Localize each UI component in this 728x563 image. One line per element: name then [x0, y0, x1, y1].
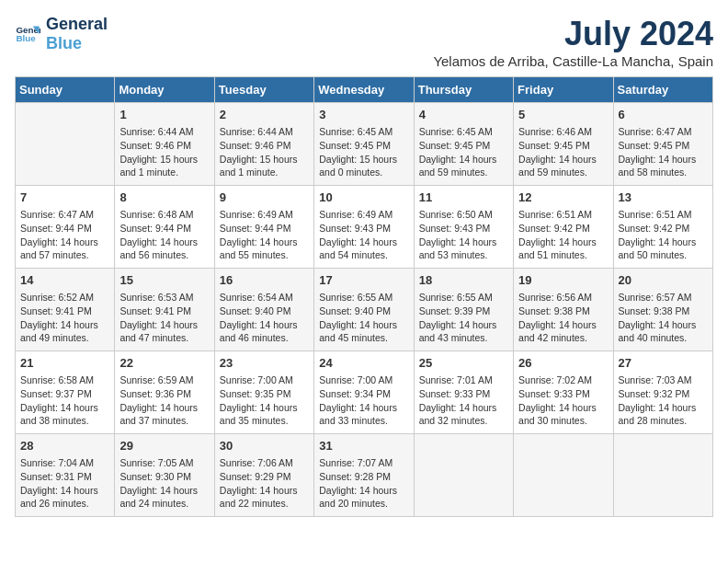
calendar-cell: 17Sunrise: 6:55 AM Sunset: 9:40 PM Dayli…: [314, 269, 414, 351]
day-number: 4: [419, 107, 508, 123]
day-number: 30: [220, 438, 309, 454]
day-header: Thursday: [414, 77, 513, 103]
days-header-row: SundayMondayTuesdayWednesdayThursdayFrid…: [16, 77, 713, 103]
calendar-cell: 8Sunrise: 6:48 AM Sunset: 9:44 PM Daylig…: [115, 186, 214, 269]
day-number: 6: [619, 107, 708, 123]
calendar-cell: 29Sunrise: 7:05 AM Sunset: 9:30 PM Dayli…: [115, 434, 214, 517]
day-info: Sunrise: 6:46 AM Sunset: 9:45 PM Dayligh…: [518, 125, 608, 179]
calendar-cell: 14Sunrise: 6:52 AM Sunset: 9:41 PM Dayli…: [16, 269, 115, 351]
day-header: Monday: [115, 77, 214, 103]
day-number: 19: [518, 272, 608, 289]
day-number: 31: [319, 438, 408, 454]
day-number: 20: [619, 272, 708, 289]
day-number: 13: [619, 190, 708, 206]
calendar-cell: 20Sunrise: 6:57 AM Sunset: 9:38 PM Dayli…: [613, 269, 712, 351]
day-header: Sunday: [16, 77, 115, 103]
logo-text-line2: Blue: [46, 34, 108, 53]
day-info: Sunrise: 6:59 AM Sunset: 9:36 PM Dayligh…: [119, 373, 209, 428]
calendar-cell: 3Sunrise: 6:45 AM Sunset: 9:45 PM Daylig…: [314, 103, 414, 186]
day-info: Sunrise: 7:00 AM Sunset: 9:34 PM Dayligh…: [319, 373, 408, 428]
day-number: 24: [319, 355, 408, 372]
calendar-cell: 16Sunrise: 6:54 AM Sunset: 9:40 PM Dayli…: [214, 269, 313, 351]
calendar-cell: 26Sunrise: 7:02 AM Sunset: 9:33 PM Dayli…: [514, 351, 613, 434]
day-info: Sunrise: 6:54 AM Sunset: 9:40 PM Dayligh…: [220, 291, 309, 345]
day-number: 21: [20, 355, 109, 372]
day-info: Sunrise: 6:55 AM Sunset: 9:39 PM Dayligh…: [419, 291, 508, 345]
logo: General Blue General Blue: [15, 15, 108, 52]
calendar-cell: 2Sunrise: 6:44 AM Sunset: 9:46 PM Daylig…: [214, 103, 313, 186]
calendar-cell: 19Sunrise: 6:56 AM Sunset: 9:38 PM Dayli…: [514, 269, 613, 351]
calendar-cell: [16, 103, 115, 186]
day-number: 22: [119, 355, 209, 372]
day-info: Sunrise: 7:03 AM Sunset: 9:32 PM Dayligh…: [619, 373, 708, 428]
day-info: Sunrise: 7:05 AM Sunset: 9:30 PM Dayligh…: [119, 456, 209, 511]
calendar-cell: 30Sunrise: 7:06 AM Sunset: 9:29 PM Dayli…: [214, 434, 313, 517]
calendar-cell: [514, 434, 613, 517]
day-number: 25: [419, 355, 508, 372]
calendar-cell: 12Sunrise: 6:51 AM Sunset: 9:42 PM Dayli…: [514, 186, 613, 269]
day-number: 29: [119, 438, 209, 454]
day-number: 17: [319, 272, 408, 289]
month-title: July 2024: [433, 15, 713, 53]
header: General Blue General Blue July 2024 Yela…: [15, 15, 713, 69]
calendar-cell: 24Sunrise: 7:00 AM Sunset: 9:34 PM Dayli…: [314, 351, 414, 434]
day-number: 28: [20, 438, 109, 454]
day-number: 18: [419, 272, 508, 289]
day-number: 9: [220, 190, 309, 206]
day-info: Sunrise: 7:06 AM Sunset: 9:29 PM Dayligh…: [220, 456, 309, 511]
calendar-cell: 7Sunrise: 6:47 AM Sunset: 9:44 PM Daylig…: [16, 186, 115, 269]
day-info: Sunrise: 7:00 AM Sunset: 9:35 PM Dayligh…: [220, 373, 309, 428]
calendar-cell: 28Sunrise: 7:04 AM Sunset: 9:31 PM Dayli…: [16, 434, 115, 517]
calendar-cell: 23Sunrise: 7:00 AM Sunset: 9:35 PM Dayli…: [214, 351, 313, 434]
day-header: Saturday: [613, 77, 712, 103]
day-info: Sunrise: 6:48 AM Sunset: 9:44 PM Dayligh…: [119, 208, 209, 262]
svg-text:Blue: Blue: [16, 33, 36, 43]
day-info: Sunrise: 7:02 AM Sunset: 9:33 PM Dayligh…: [518, 373, 608, 428]
day-number: 26: [518, 355, 608, 372]
day-number: 10: [319, 190, 408, 206]
day-info: Sunrise: 6:47 AM Sunset: 9:45 PM Dayligh…: [619, 125, 708, 179]
day-number: 27: [619, 355, 708, 372]
logo-icon: General Blue: [15, 21, 40, 47]
calendar-cell: 5Sunrise: 6:46 AM Sunset: 9:45 PM Daylig…: [514, 103, 613, 186]
day-header: Wednesday: [314, 77, 414, 103]
day-number: 11: [419, 190, 508, 206]
day-number: 16: [220, 272, 309, 289]
calendar-week-row: 21Sunrise: 6:58 AM Sunset: 9:37 PM Dayli…: [16, 351, 713, 434]
calendar-table: SundayMondayTuesdayWednesdayThursdayFrid…: [15, 76, 713, 517]
calendar-cell: 25Sunrise: 7:01 AM Sunset: 9:33 PM Dayli…: [414, 351, 513, 434]
calendar-week-row: 28Sunrise: 7:04 AM Sunset: 9:31 PM Dayli…: [16, 434, 713, 517]
day-info: Sunrise: 7:07 AM Sunset: 9:28 PM Dayligh…: [319, 456, 408, 511]
day-info: Sunrise: 7:04 AM Sunset: 9:31 PM Dayligh…: [20, 456, 109, 511]
logo-text-line1: General: [46, 15, 108, 34]
calendar-cell: 6Sunrise: 6:47 AM Sunset: 9:45 PM Daylig…: [613, 103, 712, 186]
calendar-cell: [613, 434, 712, 517]
day-header: Friday: [514, 77, 613, 103]
calendar-cell: 9Sunrise: 6:49 AM Sunset: 9:44 PM Daylig…: [214, 186, 313, 269]
calendar-cell: 15Sunrise: 6:53 AM Sunset: 9:41 PM Dayli…: [115, 269, 214, 351]
day-number: 5: [518, 107, 608, 123]
day-info: Sunrise: 6:51 AM Sunset: 9:42 PM Dayligh…: [619, 208, 708, 262]
calendar-cell: 1Sunrise: 6:44 AM Sunset: 9:46 PM Daylig…: [115, 103, 214, 186]
day-info: Sunrise: 6:45 AM Sunset: 9:45 PM Dayligh…: [419, 125, 508, 179]
calendar-week-row: 14Sunrise: 6:52 AM Sunset: 9:41 PM Dayli…: [16, 269, 713, 351]
calendar-cell: 10Sunrise: 6:49 AM Sunset: 9:43 PM Dayli…: [314, 186, 414, 269]
calendar-cell: 4Sunrise: 6:45 AM Sunset: 9:45 PM Daylig…: [414, 103, 513, 186]
calendar-cell: 27Sunrise: 7:03 AM Sunset: 9:32 PM Dayli…: [613, 351, 712, 434]
calendar-cell: 31Sunrise: 7:07 AM Sunset: 9:28 PM Dayli…: [314, 434, 414, 517]
day-number: 7: [20, 190, 109, 206]
day-info: Sunrise: 7:01 AM Sunset: 9:33 PM Dayligh…: [419, 373, 508, 428]
day-info: Sunrise: 6:45 AM Sunset: 9:45 PM Dayligh…: [319, 125, 408, 179]
day-info: Sunrise: 6:52 AM Sunset: 9:41 PM Dayligh…: [20, 291, 109, 345]
calendar-cell: 18Sunrise: 6:55 AM Sunset: 9:39 PM Dayli…: [414, 269, 513, 351]
day-info: Sunrise: 6:56 AM Sunset: 9:38 PM Dayligh…: [518, 291, 608, 345]
day-info: Sunrise: 6:58 AM Sunset: 9:37 PM Dayligh…: [20, 373, 109, 428]
day-number: 14: [20, 272, 109, 289]
day-header: Tuesday: [214, 77, 313, 103]
day-info: Sunrise: 6:55 AM Sunset: 9:40 PM Dayligh…: [319, 291, 408, 345]
day-info: Sunrise: 6:50 AM Sunset: 9:43 PM Dayligh…: [419, 208, 508, 262]
day-info: Sunrise: 6:57 AM Sunset: 9:38 PM Dayligh…: [619, 291, 708, 345]
day-number: 3: [319, 107, 408, 123]
calendar-cell: [414, 434, 513, 517]
calendar-cell: 11Sunrise: 6:50 AM Sunset: 9:43 PM Dayli…: [414, 186, 513, 269]
